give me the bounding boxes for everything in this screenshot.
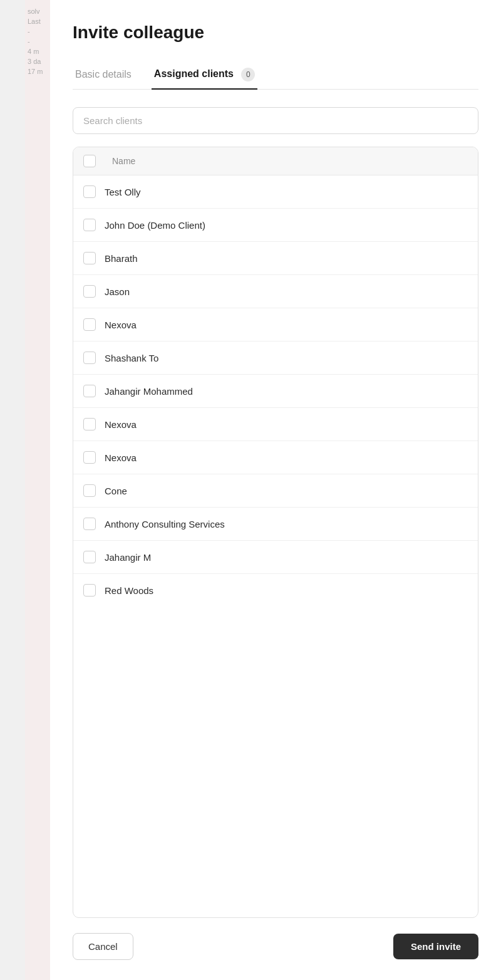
list-item[interactable]: Nexova bbox=[73, 441, 478, 474]
page-title: Invite colleague bbox=[73, 23, 478, 43]
client-name-9: Nexova bbox=[105, 452, 137, 463]
sidebar-peek: solv Last - - 4 m 3 da 17 m bbox=[25, 0, 50, 980]
footer: Cancel Send invite bbox=[73, 918, 478, 965]
list-header: Name bbox=[73, 147, 478, 175]
client-name-6: Shashank To bbox=[105, 353, 158, 363]
list-item[interactable]: Red Woods bbox=[73, 574, 478, 607]
client-checkbox-10[interactable] bbox=[83, 484, 96, 497]
sidebar-label-2: Last bbox=[25, 16, 50, 26]
sidebar-label-3: - bbox=[25, 26, 50, 36]
assigned-clients-badge: 0 bbox=[241, 68, 255, 81]
sidebar-label-5: 4 m bbox=[25, 46, 50, 56]
client-name-1: Test Olly bbox=[105, 187, 141, 197]
client-checkbox-7[interactable] bbox=[83, 385, 96, 397]
tab-assigned-clients[interactable]: Assigned clients 0 bbox=[152, 63, 258, 89]
client-name-13: Red Woods bbox=[105, 585, 153, 596]
client-name-3: Bharath bbox=[105, 253, 138, 264]
client-name-8: Nexova bbox=[105, 419, 137, 430]
client-checkbox-6[interactable] bbox=[83, 352, 96, 364]
client-checkbox-1[interactable] bbox=[83, 185, 96, 198]
client-name-2: John Doe (Demo Client) bbox=[105, 220, 205, 231]
tab-bar: Basic details Assigned clients 0 bbox=[73, 63, 478, 90]
client-name-5: Nexova bbox=[105, 320, 137, 330]
client-checkbox-13[interactable] bbox=[83, 584, 96, 597]
list-header-name-label: Name bbox=[112, 156, 135, 166]
list-item[interactable]: Anthony Consulting Services bbox=[73, 508, 478, 541]
cancel-button[interactable]: Cancel bbox=[73, 933, 133, 960]
search-input[interactable] bbox=[73, 107, 478, 134]
search-container bbox=[73, 107, 478, 134]
list-item[interactable]: Jahangir M bbox=[73, 541, 478, 574]
select-all-checkbox[interactable] bbox=[83, 155, 96, 167]
list-item[interactable]: John Doe (Demo Client) bbox=[73, 209, 478, 242]
list-item[interactable]: Shashank To bbox=[73, 341, 478, 375]
list-item[interactable]: Jason bbox=[73, 275, 478, 308]
send-invite-button[interactable]: Send invite bbox=[393, 934, 478, 959]
sidebar-label-7: 17 m bbox=[25, 66, 50, 76]
tab-basic-details[interactable]: Basic details bbox=[73, 64, 134, 88]
client-checkbox-8[interactable] bbox=[83, 418, 96, 430]
client-list: Name Test Olly John Doe (Demo Client) Bh… bbox=[73, 147, 478, 918]
list-item[interactable]: Nexova bbox=[73, 408, 478, 441]
sidebar-label-4: - bbox=[25, 36, 50, 46]
client-checkbox-4[interactable] bbox=[83, 285, 96, 298]
main-content: Invite colleague Basic details Assigned … bbox=[50, 0, 501, 980]
client-checkbox-5[interactable] bbox=[83, 318, 96, 331]
client-checkbox-2[interactable] bbox=[83, 219, 96, 231]
client-name-11: Anthony Consulting Services bbox=[105, 519, 225, 529]
client-checkbox-12[interactable] bbox=[83, 551, 96, 563]
client-checkbox-9[interactable] bbox=[83, 451, 96, 464]
sidebar-label-6: 3 da bbox=[25, 56, 50, 66]
list-item[interactable]: Bharath bbox=[73, 242, 478, 275]
client-name-7: Jahangir Mohammed bbox=[105, 386, 193, 397]
client-checkbox-11[interactable] bbox=[83, 518, 96, 530]
sidebar-label-1: solv bbox=[25, 6, 50, 16]
client-checkbox-3[interactable] bbox=[83, 252, 96, 264]
client-name-10: Cone bbox=[105, 486, 127, 496]
list-item[interactable]: Test Olly bbox=[73, 175, 478, 209]
list-item[interactable]: Cone bbox=[73, 474, 478, 508]
client-name-4: Jason bbox=[105, 286, 130, 297]
list-item[interactable]: Nexova bbox=[73, 308, 478, 341]
client-name-12: Jahangir M bbox=[105, 552, 151, 563]
list-item[interactable]: Jahangir Mohammed bbox=[73, 375, 478, 408]
